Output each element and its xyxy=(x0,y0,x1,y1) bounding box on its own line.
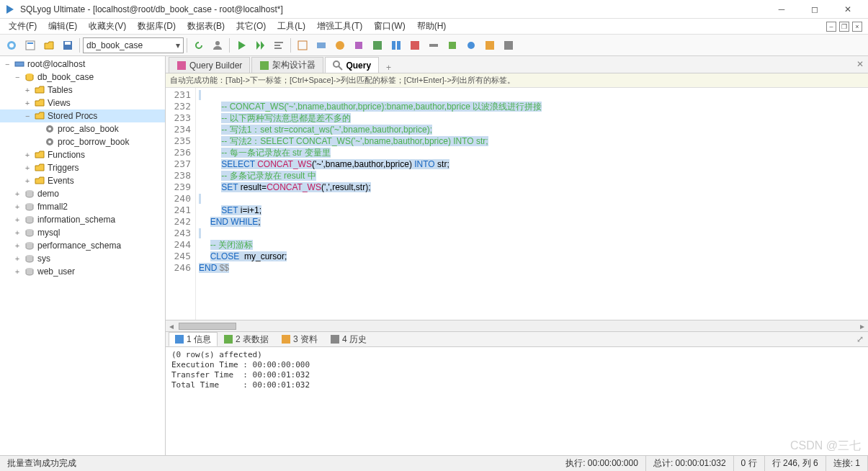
tb-tool7-icon[interactable] xyxy=(406,37,424,54)
horizontal-scrollbar[interactable]: ◂ ▸ xyxy=(166,320,868,331)
mdi-close-button[interactable]: × xyxy=(852,22,862,32)
result-tab-info[interactable]: 1 信息 xyxy=(169,332,218,346)
tree-db-performance-schema[interactable]: +performance_schema xyxy=(0,239,165,252)
tb-tool10-icon[interactable] xyxy=(462,37,480,54)
tab-query-builder[interactable]: Query Builder xyxy=(169,57,250,73)
tb-open-icon[interactable] xyxy=(40,37,58,54)
tb-tool6-icon[interactable] xyxy=(388,37,405,54)
tree-tables[interactable]: +Tables xyxy=(0,84,165,97)
window-controls: ─ ◻ ✕ xyxy=(766,1,864,18)
sql-editor[interactable]: 231 232 233 234 235 236 237 238 239 240 … xyxy=(166,88,868,320)
svg-rect-15 xyxy=(392,41,395,50)
tb-new-query-icon[interactable] xyxy=(22,37,39,54)
database-combo[interactable]: db_book_case ▾ xyxy=(83,37,184,53)
scroll-right-icon[interactable]: ▸ xyxy=(856,321,868,331)
menu-tools[interactable]: 工具(L) xyxy=(272,19,311,34)
menu-edit[interactable]: 编辑(E) xyxy=(42,19,83,34)
proc-icon xyxy=(44,136,55,148)
result-tab-history[interactable]: 4 历史 xyxy=(324,332,373,346)
code-content[interactable]: -- CONCAT_WS('~',bname,bauthor,bprice):b… xyxy=(196,88,868,320)
tb-refresh-icon[interactable] xyxy=(190,37,207,54)
tb-tool9-icon[interactable] xyxy=(444,37,461,54)
tb-execute-all-icon[interactable] xyxy=(251,37,269,54)
tree-proc-also-book[interactable]: proc_also_book xyxy=(0,122,165,135)
svg-point-26 xyxy=(48,127,51,130)
expand-icon[interactable]: + xyxy=(23,99,32,107)
tree-db-demo[interactable]: +demo xyxy=(0,187,165,200)
tree-db-mysql[interactable]: +mysql xyxy=(0,226,165,239)
tb-tool12-icon[interactable] xyxy=(500,37,517,54)
sd-icon xyxy=(259,60,269,71)
server-icon xyxy=(14,58,25,70)
tb-tool3-icon[interactable] xyxy=(331,37,349,54)
collapse-icon[interactable]: − xyxy=(3,60,12,68)
tb-user-icon[interactable] xyxy=(209,37,226,54)
tb-tool11-icon[interactable] xyxy=(481,37,498,54)
expand-icon[interactable]: + xyxy=(23,164,32,172)
svg-point-38 xyxy=(334,61,339,67)
tree-functions[interactable]: +Functions xyxy=(0,148,165,161)
menu-file[interactable]: 文件(F) xyxy=(3,19,42,34)
maximize-button[interactable]: ◻ xyxy=(799,1,831,18)
result-expand-icon[interactable]: ⤢ xyxy=(856,334,864,344)
tree-events[interactable]: +Events xyxy=(0,174,165,187)
scroll-thumb[interactable] xyxy=(179,323,236,330)
scroll-left-icon[interactable]: ◂ xyxy=(166,321,177,331)
menu-window[interactable]: 窗口(W) xyxy=(368,19,411,34)
menu-table[interactable]: 数据表(B) xyxy=(182,19,231,34)
separator xyxy=(187,38,187,53)
close-button[interactable]: ✕ xyxy=(832,1,864,18)
tab-query[interactable]: Query xyxy=(325,57,379,73)
minimize-button[interactable]: ─ xyxy=(766,1,797,18)
tabs-close-icon[interactable]: ✕ xyxy=(856,59,864,69)
object-browser[interactable]: −root@localhost −db_book_case +Tables +V… xyxy=(0,56,166,455)
expand-icon[interactable]: + xyxy=(13,255,22,263)
svg-point-28 xyxy=(48,140,51,143)
result-tab-tabledata[interactable]: 2 表数据 xyxy=(218,332,275,346)
tab-add-icon[interactable]: + xyxy=(380,63,397,73)
expand-icon[interactable]: + xyxy=(23,151,32,159)
mdi-min-button[interactable]: – xyxy=(826,22,836,32)
tree-stored-procs[interactable]: −Stored Procs xyxy=(0,109,165,122)
tree-db-information-schema[interactable]: +information_schema xyxy=(0,213,165,226)
menu-powertools[interactable]: 增强工具(T) xyxy=(311,19,368,34)
menu-favorites[interactable]: 收藏夹(V) xyxy=(83,19,132,34)
result-tab-objinfo[interactable]: 3 资料 xyxy=(275,332,324,346)
menu-database[interactable]: 数据库(D) xyxy=(132,19,182,34)
tree-triggers[interactable]: +Triggers xyxy=(0,161,165,174)
tb-execute-icon[interactable] xyxy=(233,37,250,54)
collapse-icon[interactable]: − xyxy=(13,73,22,81)
clock-icon xyxy=(331,335,339,344)
expand-icon[interactable]: + xyxy=(13,216,22,224)
menu-others[interactable]: 其它(O) xyxy=(231,19,272,34)
tb-new-connection-icon[interactable] xyxy=(3,37,20,54)
tb-tool2-icon[interactable] xyxy=(313,37,330,54)
editor-area: Query Builder 架构设计器 Query + ✕ 自动完成功能：[Ta… xyxy=(166,56,868,455)
expand-icon[interactable]: + xyxy=(23,86,32,94)
tb-tool1-icon[interactable] xyxy=(294,37,311,54)
tree-db-web-user[interactable]: +web_user xyxy=(0,265,165,278)
tree-views[interactable]: +Views xyxy=(0,97,165,109)
tb-tool4-icon[interactable] xyxy=(350,37,367,54)
mdi-restore-button[interactable]: ❐ xyxy=(839,22,849,32)
tab-schema-designer[interactable]: 架构设计器 xyxy=(251,57,323,73)
status-rows: 0 行 xyxy=(734,456,765,471)
tb-tool5-icon[interactable] xyxy=(369,37,386,54)
tree-db-bookcase[interactable]: −db_book_case xyxy=(0,71,165,84)
collapse-icon[interactable]: − xyxy=(23,112,32,120)
expand-icon[interactable]: + xyxy=(13,203,22,211)
tb-save-icon[interactable] xyxy=(59,37,76,54)
tree-db-sys[interactable]: +sys xyxy=(0,252,165,265)
tree-proc-borrow-book[interactable]: proc_borrow_book xyxy=(0,135,165,148)
expand-icon[interactable]: + xyxy=(13,190,22,198)
tree-root[interactable]: −root@localhost xyxy=(0,58,165,71)
tb-format-icon[interactable] xyxy=(270,37,287,54)
window-title: SQLyog Ultimate - [localhost@root/db_boo… xyxy=(20,4,766,14)
tb-tool8-icon[interactable] xyxy=(425,37,442,54)
expand-icon[interactable]: + xyxy=(13,229,22,237)
expand-icon[interactable]: + xyxy=(13,268,22,276)
tree-db-fmmall2[interactable]: +fmmall2 xyxy=(0,200,165,213)
expand-icon[interactable]: + xyxy=(13,242,22,250)
expand-icon[interactable]: + xyxy=(23,177,32,185)
menu-help[interactable]: 帮助(H) xyxy=(411,19,452,34)
